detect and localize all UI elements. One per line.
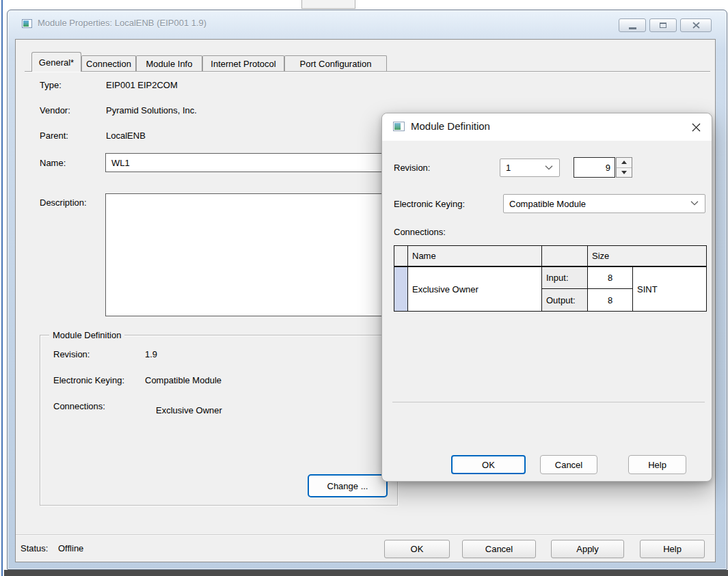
background-bottom-strip: [4, 570, 728, 576]
parent-value: LocalENB: [106, 131, 146, 141]
close-icon: [692, 22, 700, 29]
revision-major-value: 1: [506, 163, 511, 173]
ok-button-label: OK: [411, 544, 424, 554]
status-value: Offline: [58, 543, 83, 553]
name-label: Name:: [40, 158, 66, 168]
table-header-selector: [394, 246, 408, 267]
status-label: Status:: [21, 543, 48, 553]
change-button-label: Change ...: [327, 481, 368, 491]
dialog-cancel-button[interactable]: Cancel: [540, 455, 597, 474]
output-size-cell[interactable]: 8: [588, 289, 633, 311]
dialog-connections-label: Connections:: [394, 227, 446, 237]
table-header-name: Name: [408, 246, 542, 267]
dialog-close-button[interactable]: [686, 118, 707, 136]
spinner-up-button[interactable]: [617, 158, 632, 167]
dialog-keying-label: Electronic Keying:: [394, 199, 465, 209]
input-size-cell[interactable]: 8: [588, 267, 633, 289]
row-selector-cell[interactable]: [394, 267, 408, 311]
close-button[interactable]: [680, 18, 712, 32]
description-textarea[interactable]: [105, 193, 413, 316]
dialog-ok-label: OK: [482, 460, 495, 470]
type-value: EIP001 EIP2COM: [106, 80, 178, 90]
help-button-label: Help: [663, 544, 682, 554]
module-definition-legend: Module Definition: [49, 330, 124, 340]
revision-minor-input[interactable]: 9: [574, 157, 615, 178]
change-button[interactable]: Change ...: [308, 474, 388, 497]
background-window-edge: [1, 0, 3, 576]
vendor-value: Pyramid Solutions, Inc.: [106, 105, 197, 115]
tab-label: Port Configuration: [300, 59, 372, 69]
cancel-button-label: Cancel: [485, 544, 513, 554]
dialog-revision-label: Revision:: [394, 163, 430, 173]
apply-button-label: Apply: [576, 544, 599, 554]
table-header-blank: [542, 246, 588, 267]
tab-label: Module Info: [146, 59, 193, 69]
group-keying-label: Electronic Keying:: [53, 375, 124, 385]
electronic-keying-combobox[interactable]: Compatible Module: [503, 194, 705, 213]
input-label-cell: Input:: [542, 267, 588, 289]
dialog-title: Module Definition: [411, 120, 490, 132]
maximize-icon: [660, 23, 666, 28]
data-type-cell[interactable]: SINT: [633, 267, 706, 311]
minimize-button[interactable]: [619, 18, 646, 32]
dialog-ok-button[interactable]: OK: [451, 455, 526, 474]
vendor-label: Vendor:: [40, 105, 70, 115]
group-revision-value: 1.9: [145, 349, 157, 359]
arrow-up-icon: [621, 161, 627, 164]
help-button[interactable]: Help: [640, 540, 705, 558]
tab-internet-protocol[interactable]: Internet Protocol: [202, 55, 284, 71]
tab-label: Connection: [86, 59, 131, 69]
cancel-button[interactable]: Cancel: [462, 540, 536, 558]
electronic-keying-value: Compatible Module: [509, 199, 586, 209]
dialog-help-label: Help: [648, 460, 666, 470]
module-properties-icon-art: [23, 20, 29, 27]
maximize-button[interactable]: [649, 18, 677, 32]
connection-name-cell[interactable]: Exclusive Owner: [408, 267, 542, 311]
dialog-cancel-label: Cancel: [555, 460, 582, 470]
module-definition-dialog: Module Definition Revision: 1 9: [381, 113, 712, 482]
type-label: Type:: [40, 80, 62, 90]
revision-minor-spinner: [616, 157, 632, 178]
chevron-down-icon: [545, 165, 553, 170]
tab-general[interactable]: General*: [31, 52, 81, 72]
window-title: Module Properties: LocalENB (EIP001 1.9): [38, 18, 206, 28]
spinner-down-button[interactable]: [617, 167, 632, 178]
module-definition-icon-art: [394, 123, 401, 130]
apply-button[interactable]: Apply: [551, 540, 624, 558]
module-definition-icon: [393, 122, 405, 131]
tab-strip-highlight: [25, 72, 710, 72]
connections-table: Name Size Exclusive Owner Input: 8 SINT …: [394, 245, 707, 312]
chevron-down-icon: [690, 201, 699, 206]
revision-major-combobox[interactable]: 1: [500, 159, 560, 177]
arrow-down-icon: [621, 171, 627, 174]
output-label-cell: Output:: [542, 289, 588, 311]
module-properties-icon: [22, 19, 32, 28]
group-connections-label: Connections:: [53, 401, 105, 411]
background-window-fragment: [301, 0, 355, 9]
revision-minor-value: 9: [606, 163, 610, 173]
tab-port-configuration[interactable]: Port Configuration: [284, 55, 387, 71]
group-connections-value: Exclusive Owner: [156, 405, 222, 415]
tab-connection[interactable]: Connection: [81, 55, 136, 71]
group-keying-value: Compatible Module: [145, 375, 221, 385]
close-icon: [692, 123, 701, 132]
table-header-size: Size: [588, 246, 706, 267]
name-input[interactable]: [105, 153, 413, 172]
dialog-help-button[interactable]: Help: [628, 455, 686, 474]
status-separator: [16, 534, 714, 536]
screen: Module Properties: LocalENB (EIP001 1.9)…: [0, 0, 728, 576]
tab-module-info[interactable]: Module Info: [136, 55, 202, 71]
parent-label: Parent:: [40, 131, 68, 141]
minimize-icon: [629, 27, 636, 29]
description-label: Description:: [40, 197, 87, 208]
ok-button[interactable]: OK: [384, 540, 450, 558]
group-revision-label: Revision:: [53, 349, 90, 359]
tab-label: Internet Protocol: [211, 59, 275, 69]
dialog-separator: [392, 402, 705, 402]
tab-label: General*: [39, 57, 74, 68]
